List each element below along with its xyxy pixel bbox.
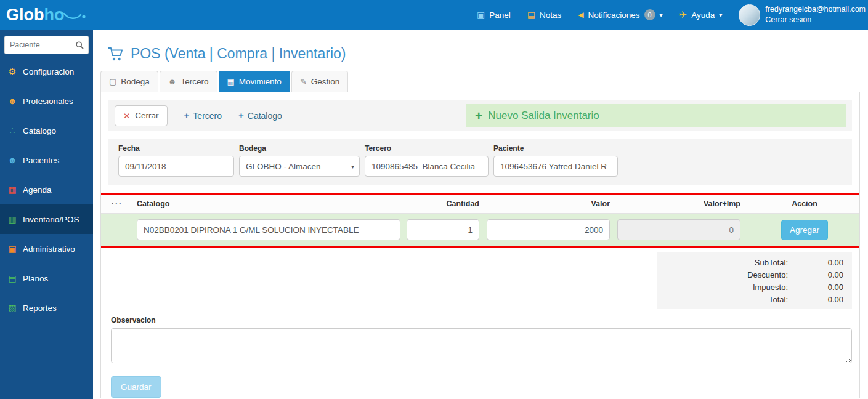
nav-panel-label: Panel [489, 10, 511, 20]
total-value: 0.00 [788, 295, 843, 304]
sidebar-item-profesionales[interactable]: ☻ Profesionales [0, 86, 93, 116]
warehouse-icon: ▢ [109, 77, 116, 86]
nav-notificaciones[interactable]: ◀ Notificaciones 0 ▾ [578, 9, 662, 20]
caret-down-icon: ▾ [719, 12, 722, 18]
tercero-label: Tercero [365, 144, 489, 153]
logo-text-2: ho [44, 6, 65, 25]
help-icon: ✈ [679, 9, 688, 20]
logo-swoosh-icon [63, 12, 86, 20]
cerrar-label: Cerrar [135, 111, 158, 120]
column-header-valor-imp: Valor+Imp [616, 200, 747, 208]
fecha-label: Fecha [118, 144, 234, 153]
people-icon: ☻ [168, 77, 177, 86]
valor-imp-input[interactable] [617, 219, 740, 240]
descuento-value: 0.00 [788, 270, 843, 280]
items-table-header: ··· Catalogo Cantidad Valor Valor+Imp Ac… [100, 195, 860, 214]
sidebar-item-label: Administrativo [23, 244, 75, 254]
sidebar-item-label: Catalogo [23, 126, 56, 135]
search-icon [76, 41, 84, 49]
patient-search-input[interactable] [5, 36, 71, 54]
topnav: ▣ Panel ▤ Notas ◀ Notificaciones 0 ▾ ✈ A… [477, 4, 868, 26]
avatar[interactable] [739, 4, 760, 26]
tab-tercero[interactable]: ☻ Tercero [160, 71, 217, 92]
movement-form: Fecha Bodega GLOBHO - Almacen ▾ Tercero … [108, 139, 852, 185]
cart-icon [108, 47, 124, 62]
notifications-badge: 0 [644, 9, 655, 20]
guardar-button[interactable]: Guardar [111, 376, 161, 398]
agregar-button[interactable]: Agregar [781, 220, 828, 240]
new-exit-inventory-banner[interactable]: + Nuevo Salida Inventario [466, 104, 846, 127]
column-header-catalogo: Catalogo [134, 200, 405, 208]
cerrar-button[interactable]: ✕ Cerrar [115, 105, 168, 126]
column-header-valor: Valor [485, 200, 616, 208]
sidebar-menu: ⚙ Configuracion ☻ Profesionales ∴ Catalo… [0, 57, 93, 323]
patient-search-box [4, 36, 89, 54]
plans-icon: ▤ [7, 273, 17, 283]
tab-bar: ▢ Bodega ☻ Tercero ▦ Movimiento ✎ Gestio… [100, 71, 860, 92]
subtotal-label: SubTotal: [665, 258, 788, 267]
valor-input[interactable] [487, 219, 610, 240]
sidebar-item-label: Profesionales [23, 97, 73, 106]
plus-icon: + [475, 108, 482, 123]
sidebar-item-reportes[interactable]: ▧ Reportes [0, 293, 93, 323]
inventory-chart-icon: ▥ [7, 214, 17, 224]
caret-down-icon: ▾ [660, 12, 663, 18]
sidebar-item-administrativo[interactable]: ▣ Administrativo [0, 234, 93, 264]
close-icon: ✕ [123, 111, 130, 121]
movement-toolbar: ✕ Cerrar + Tercero + Catalogo + Nuevo Sa… [108, 100, 852, 131]
impuesto-label: Impuesto: [665, 283, 788, 292]
notes-icon: ▤ [527, 10, 535, 20]
banner-label: Nuevo Salida Inventario [488, 110, 599, 122]
cantidad-input[interactable] [407, 219, 479, 240]
sidebar-item-catalogo[interactable]: ∴ Catalogo [0, 116, 93, 145]
observacion-label: Observacion [111, 316, 852, 324]
sidebar-item-agenda[interactable]: ▦ Agenda [0, 175, 93, 204]
tab-label: Gestion [311, 77, 340, 86]
impuesto-value: 0.00 [788, 283, 843, 292]
nav-ayuda[interactable]: ✈ Ayuda ▾ [679, 9, 723, 20]
user-email: fredyrangelcba@hotmail.com [765, 4, 866, 15]
sidebar-item-configuracion[interactable]: ⚙ Configuracion [0, 57, 93, 86]
totals-summary: SubTotal: 0.00 Descuento: 0.00 Impuesto:… [657, 252, 852, 309]
sidebar-item-label: Agenda [23, 185, 52, 195]
descuento-label: Descuento: [665, 270, 788, 280]
sidebar: ⚙ Configuracion ☻ Profesionales ∴ Catalo… [0, 30, 93, 399]
totals-row-impuesto: Impuesto: 0.00 [665, 281, 843, 293]
tab-bodega[interactable]: ▢ Bodega [100, 71, 158, 92]
tab-label: Movimiento [239, 77, 282, 86]
tercero-input[interactable] [365, 156, 489, 177]
tab-gestion[interactable]: ✎ Gestion [291, 71, 348, 92]
add-tercero-link[interactable]: + Tercero [184, 110, 222, 121]
column-header-accion: Accion [747, 200, 860, 208]
annotation-red-box: ··· Catalogo Cantidad Valor Valor+Imp Ac… [100, 193, 860, 248]
patient-search-button[interactable] [71, 36, 88, 54]
edit-icon: ✎ [300, 77, 307, 86]
fecha-input[interactable] [118, 156, 234, 177]
bodega-select[interactable]: GLOBHO - Almacen [239, 156, 360, 177]
totals-row-descuento: Descuento: 0.00 [665, 268, 843, 281]
add-catalogo-link[interactable]: + Catalogo [238, 110, 282, 121]
logout-link[interactable]: Cerrar sesión [765, 15, 866, 25]
sidebar-item-inventario-pos[interactable]: ▥ Inventario/POS [0, 204, 93, 234]
reports-icon: ▧ [7, 303, 17, 313]
professionals-icon: ☻ [7, 96, 17, 106]
sidebar-item-pacientes[interactable]: ☻ Pacientes [0, 145, 93, 175]
item-entry-row: Agregar [100, 214, 860, 246]
plus-icon: + [184, 110, 190, 121]
paciente-input[interactable] [493, 156, 618, 177]
tab-movimiento[interactable]: ▦ Movimiento [219, 71, 290, 92]
total-label: Total: [665, 295, 788, 304]
nav-notas-label: Notas [540, 10, 561, 20]
subtotal-value: 0.00 [788, 258, 843, 267]
user-box: fredyrangelcba@hotmail.com Cerrar sesión [739, 4, 866, 26]
calendar-icon: ▦ [7, 185, 17, 195]
page-title-text: POS (Venta | Compra | Inventario) [131, 46, 346, 62]
catalogo-input[interactable] [137, 219, 400, 240]
sidebar-item-planos[interactable]: ▤ Planos [0, 264, 93, 293]
tab-label: Bodega [121, 77, 150, 86]
nav-panel[interactable]: ▣ Panel [477, 10, 511, 20]
ellipsis-menu-icon[interactable]: ··· [100, 200, 134, 208]
nav-notas[interactable]: ▤ Notas [527, 10, 562, 20]
observacion-textarea[interactable] [111, 328, 852, 363]
topbar: Globho ▣ Panel ▤ Notas ◀ Notificaciones … [0, 0, 868, 30]
